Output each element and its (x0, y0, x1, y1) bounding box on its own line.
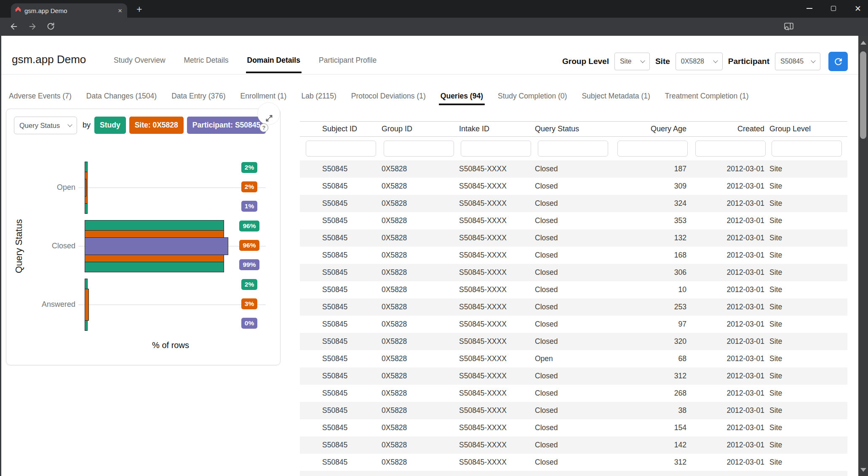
browser-tab-strip: gsm.app Demo × + ✕ (0, 0, 868, 18)
group-badge-study: Study (94, 117, 126, 134)
table-row-14[interactable]: S508450X5828S50845-XXXXClosed2682012-03-… (300, 385, 847, 402)
table-row-2[interactable]: S508450X5828S50845-XXXXClosed3092012-03-… (300, 178, 847, 195)
filter-cell-query-status (532, 141, 610, 157)
cell-intake-id: S50845-XXXX (455, 268, 532, 277)
table-row-4[interactable]: S508450X5828S50845-XXXXClosed3532012-03-… (300, 212, 847, 229)
column-header-intake-id[interactable]: Intake ID (455, 125, 532, 133)
search-tabs-panel-icon[interactable] (784, 23, 793, 31)
tab-close-icon[interactable]: × (118, 7, 122, 14)
cell-subject-id: S50845 (300, 406, 378, 415)
cell-query-status: Closed (532, 199, 610, 208)
site-select[interactable]: 0X5828 (676, 53, 723, 70)
table-row-5[interactable]: S508450X5828S50845-XXXXClosed1322012-03-… (300, 229, 847, 247)
column-header-query-age[interactable]: Query Age (610, 125, 688, 133)
scrollbar-up-icon[interactable] (860, 41, 866, 45)
filter-input-subject-id[interactable] (306, 141, 376, 157)
group-level-select[interactable]: Site (614, 53, 650, 70)
cell-query-age: 309 (610, 182, 688, 191)
refresh-button[interactable] (828, 52, 848, 71)
forward-icon[interactable] (28, 22, 37, 31)
filter-cell-query-age (610, 141, 688, 157)
column-header-created[interactable]: Created (688, 125, 766, 133)
table-row-10[interactable]: S508450X5828S50845-XXXXClosed972012-03-0… (300, 316, 847, 333)
table-row-15[interactable]: S508450X5828S50845-XXXXClosed382012-03-0… (300, 402, 847, 419)
domain-tab-treatment-completion-1[interactable]: Treatment Completion (1) (665, 92, 749, 101)
nav-tab-study-overview[interactable]: Study Overview (114, 56, 166, 65)
table-row-3[interactable]: S508450X5828S50845-XXXXClosed3242012-03-… (300, 195, 847, 212)
nav-tab-metric-details[interactable]: Metric Details (184, 56, 229, 65)
cell-query-status: Closed (532, 423, 610, 432)
cell-created: 2012-03-01 (688, 268, 766, 277)
table-row-8[interactable]: S508450X5828S50845-XXXXClosed102012-03-0… (300, 281, 847, 298)
site-value: 0X5828 (681, 58, 704, 65)
window-close-icon[interactable]: ✕ (855, 5, 861, 13)
browser-tab[interactable]: gsm.app Demo × (11, 3, 127, 18)
column-header-query-status[interactable]: Query Status (532, 125, 610, 133)
filter-input-created[interactable] (695, 141, 766, 157)
domain-tab-protocol-deviations-1[interactable]: Protocol Deviations (1) (351, 92, 426, 101)
filter-input-query-age[interactable] (617, 141, 688, 157)
column-header-subject-id[interactable]: Subject ID (300, 125, 378, 133)
table-row-13[interactable]: S508450X5828S50845-XXXXClosed3122012-03-… (300, 367, 847, 385)
expand-icon[interactable] (265, 114, 273, 122)
participant-select[interactable]: S50845 (775, 53, 820, 70)
value-label-wrap-open-study: 2% (232, 162, 267, 173)
window-minimize-icon[interactable] (807, 8, 812, 9)
cell-query-age: 154 (610, 423, 688, 432)
reload-icon[interactable] (46, 22, 55, 31)
value-label-wrap-closed-study: 96% (232, 221, 267, 231)
table-row-12[interactable]: S508450X5828S50845-XXXXOpen682012-03-01S… (300, 350, 847, 367)
cell-created: 2012-03-01 (688, 216, 766, 225)
cell-query-age: 97 (610, 320, 688, 329)
metric-select[interactable]: Query Status (14, 117, 77, 134)
cell-query-status: Closed (532, 251, 610, 260)
table-row-1[interactable]: S508450X5828S50845-XXXXClosed1872012-03-… (300, 160, 847, 178)
domain-tab-data-changes-1504[interactable]: Data Changes (1504) (86, 92, 157, 101)
domain-tab-enrollment-1[interactable]: Enrollment (1) (240, 92, 287, 101)
nav-tab-domain-details[interactable]: Domain Details (247, 56, 300, 65)
cell-group-id: 0X5828 (378, 458, 455, 467)
back-icon[interactable] (9, 22, 19, 31)
table-row-partial[interactable]: S508450X5828S50845-XXXXClosed (300, 471, 847, 476)
domain-tab-subject-metadata-1[interactable]: Subject Metadata (1) (582, 92, 650, 101)
cell-subject-id: S50845 (300, 165, 378, 173)
cell-query-age: 10 (610, 285, 688, 294)
chevron-down-icon (640, 58, 645, 63)
domain-tab-data-entry-376[interactable]: Data Entry (376) (171, 92, 225, 101)
value-label-open-study: 2% (241, 162, 257, 173)
column-header-group-level[interactable]: Group Level (766, 125, 847, 133)
cell-query-age: 312 (610, 372, 688, 380)
table-row-18[interactable]: S508450X5828S50845-XXXXClosed3122012-03-… (300, 454, 847, 471)
filter-input-query-status[interactable] (538, 141, 608, 157)
bar-answered-site-0x5828 (85, 289, 89, 321)
filter-input-group-level[interactable] (772, 141, 842, 157)
scrollbar-down-icon[interactable] (860, 468, 866, 472)
domain-tab-queries-94[interactable]: Queries (94) (441, 92, 483, 101)
column-header-group-id[interactable]: Group ID (378, 125, 455, 133)
cell-query-status: Closed (532, 216, 610, 225)
app-page: gsm.app Demo Study OverviewMetric Detail… (0, 36, 868, 476)
scrollbar-thumb[interactable] (860, 51, 866, 139)
value-label-answered-study: 2% (241, 279, 257, 290)
domain-tab-lab-2115[interactable]: Lab (2115) (301, 92, 336, 101)
table-row-9[interactable]: S508450X5828S50845-XXXXClosed2532012-03-… (300, 298, 847, 316)
cell-group-id: 0X5828 (378, 372, 455, 380)
page-scrollbar[interactable] (858, 36, 868, 476)
cell-query-status: Open (532, 354, 610, 363)
by-label: by (83, 121, 91, 130)
domain-tab-study-completion-0[interactable]: Study Completion (0) (498, 92, 567, 101)
table-row-7[interactable]: S508450X5828S50845-XXXXClosed3062012-03-… (300, 264, 847, 281)
help-icon[interactable]: ? (259, 123, 268, 132)
cell-query-age: 306 (610, 268, 688, 277)
table-row-11[interactable]: S508450X5828S50845-XXXXClosed3202012-03-… (300, 333, 847, 350)
filter-input-group-id[interactable] (384, 141, 454, 157)
window-maximize-icon[interactable] (831, 6, 836, 11)
new-tab-button[interactable]: + (136, 4, 142, 15)
nav-tab-participant-profile[interactable]: Participant Profile (319, 56, 377, 65)
filter-input-intake-id[interactable] (461, 141, 531, 157)
domain-tab-adverse-events-7[interactable]: Adverse Events (7) (9, 92, 72, 101)
table-row-17[interactable]: S508450X5828S50845-XXXXClosed1422012-03-… (300, 436, 847, 454)
table-row-16[interactable]: S508450X5828S50845-XXXXClosed1542012-03-… (300, 419, 847, 436)
cell-query-age: 320 (610, 337, 688, 346)
table-row-6[interactable]: S508450X5828S50845-XXXXClosed1682012-03-… (300, 247, 847, 264)
